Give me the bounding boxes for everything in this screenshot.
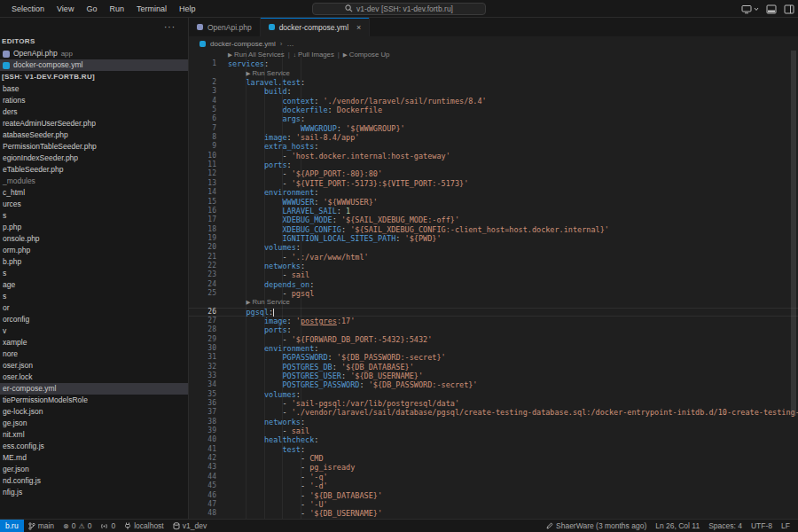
tab-openapi-php[interactable]: OpenApi.php xyxy=(189,18,261,36)
tree-item[interactable]: urces xyxy=(0,199,188,210)
tree-item[interactable]: ders xyxy=(0,106,188,118)
tree-item[interactable]: egionIndexSeeder.php xyxy=(0,153,188,164)
tree-item[interactable]: orconfig xyxy=(0,314,188,325)
tree-item[interactable]: c_html xyxy=(0,187,188,199)
toggle-panel-icon[interactable] xyxy=(766,4,777,14)
close-tab-icon[interactable]: × xyxy=(356,23,361,32)
open-editor-item[interactable]: docker-compose.yml xyxy=(0,59,188,71)
tree-item[interactable]: s xyxy=(0,291,188,302)
problems-item[interactable]: ⊗ 0 ⚠ 0 xyxy=(59,520,96,532)
remote-indicator[interactable]: b.ru xyxy=(0,520,24,532)
code-line[interactable]: 39 - sail xyxy=(189,426,798,435)
tree-item[interactable]: nore xyxy=(0,348,188,360)
code-editor[interactable]: ▶Run All Services|↓Pull Images|▶Compose … xyxy=(189,51,798,519)
breadcrumb-file[interactable]: docker-compose.yml xyxy=(210,40,276,48)
tree-item[interactable]: or xyxy=(0,302,188,314)
code-line[interactable]: 7 WWWGROUP: '${WWWGROUP}' xyxy=(189,124,798,133)
code-line[interactable]: 35 volumes: xyxy=(189,390,798,399)
code-line[interactable]: 26 pgsql: xyxy=(189,308,798,317)
code-line[interactable]: 47 - '-U' xyxy=(189,500,798,509)
tree-item[interactable]: nfig.js xyxy=(0,487,188,498)
code-line[interactable]: 34 POSTGRES_PASSWORD: '${DB_PASSWORD:-se… xyxy=(189,380,798,389)
code-line[interactable]: 28 ports: xyxy=(189,325,798,334)
code-line[interactable]: 8 image: 'sail-8.4/app' xyxy=(189,133,798,142)
tree-item[interactable]: s xyxy=(0,268,188,279)
code-line[interactable]: 23 - sail xyxy=(189,270,798,279)
open-editors-header[interactable]: EDITORS xyxy=(0,35,188,48)
tree-item[interactable]: rations xyxy=(0,95,188,106)
code-line[interactable]: 5 dockerfile: Dockerfile xyxy=(189,106,798,114)
codelens-link[interactable]: ▶Run All Services xyxy=(228,51,285,59)
code-line[interactable]: 36 - 'sail-pgsql:/var/lib/postgresql/dat… xyxy=(189,399,798,408)
code-line[interactable]: 29 - '${FORWARD_DB_PORT:-5432}:5432' xyxy=(189,335,798,344)
postgres-link[interactable]: postgres xyxy=(301,317,337,325)
tree-item[interactable]: tiePermissionModelsRole xyxy=(0,395,188,406)
tree-item[interactable]: ess.config.js xyxy=(0,441,188,452)
tree-item[interactable]: onsole.php xyxy=(0,233,188,245)
code-line[interactable]: 14 environment: xyxy=(189,188,798,197)
tree-item[interactable]: ger.json xyxy=(0,464,188,475)
db-name-item[interactable]: v1_dev xyxy=(168,520,211,532)
customize-layout-icon[interactable] xyxy=(784,4,794,14)
code-line[interactable]: 20 volumes: xyxy=(189,243,798,252)
code-line[interactable]: 40 healthcheck: xyxy=(189,435,798,444)
codelens-link[interactable]: ▶Run Service xyxy=(246,298,289,306)
menu-help[interactable]: Help xyxy=(173,0,202,18)
command-center[interactable]: v1-dev [SSH: v1-dev.fortb.ru] xyxy=(312,3,486,15)
code-line[interactable]: 46 - '${DB_DATABASE}' xyxy=(189,491,798,500)
indentation-setting[interactable]: Spaces: 4 xyxy=(704,520,747,532)
code-line[interactable]: 13 - '${VITE_PORT:-5173}:${VITE_PORT:-51… xyxy=(189,179,798,188)
open-editor-item[interactable]: OpenApi.php app xyxy=(0,48,188,59)
tree-item[interactable]: p.php xyxy=(0,222,188,233)
tree-item[interactable]: nit.xml xyxy=(0,429,188,441)
tree-item[interactable]: b.php xyxy=(0,256,188,268)
tree-item[interactable]: oser.json xyxy=(0,360,188,372)
tree-item[interactable]: xample xyxy=(0,337,188,348)
code-line[interactable]: 30 environment: xyxy=(189,344,798,353)
code-line[interactable]: 21 - '.:/var/www/html' xyxy=(189,253,798,262)
code-line[interactable]: 48 - '${DB_USERNAME}' xyxy=(189,509,798,518)
tree-item[interactable]: s xyxy=(0,210,188,222)
tree-item[interactable]: _modules xyxy=(0,176,188,187)
explorer-more-actions-icon[interactable]: ··· xyxy=(164,22,176,32)
menu-run[interactable]: Run xyxy=(103,0,130,18)
screencast-icon[interactable] xyxy=(741,4,759,14)
codelens-link[interactable]: ↓Pull Images xyxy=(293,51,334,59)
tree-item[interactable]: PermissionTableSeeder.php xyxy=(0,141,188,153)
code-line[interactable]: 9 extra_hosts: xyxy=(189,142,798,151)
tab-docker-compose-yml[interactable]: docker-compose.yml × xyxy=(261,18,371,36)
code-line[interactable]: 44 - '-q' xyxy=(189,473,798,481)
breadcrumb-more[interactable]: … xyxy=(286,40,293,48)
code-line[interactable]: 18 XDEBUG_CONFIG: '${SAIL_XDEBUG_CONFIG:… xyxy=(189,225,798,234)
code-line[interactable]: 45 - '-d' xyxy=(189,481,798,490)
tree-item[interactable]: eTableSeeder.php xyxy=(0,164,188,176)
tree-item[interactable]: atabaseSeeder.php xyxy=(0,129,188,141)
tree-item[interactable]: ge.json xyxy=(0,418,188,429)
tree-item[interactable]: er-compose.yml xyxy=(0,383,188,395)
code-line[interactable]: 3 build: xyxy=(189,87,798,96)
menu-terminal[interactable]: Terminal xyxy=(130,0,173,18)
code-line[interactable]: 31 PGPASSWORD: '${DB_PASSWORD:-secret}' xyxy=(189,353,798,362)
menu-selection[interactable]: Selection xyxy=(5,0,51,18)
code-line[interactable]: 25 - pgsql xyxy=(189,289,798,298)
code-line[interactable]: 43 - pg_isready xyxy=(189,463,798,472)
tree-item[interactable]: reateAdminUserSeeder.php xyxy=(0,118,188,129)
tree-item[interactable]: nd.config.js xyxy=(0,475,188,487)
code-line[interactable]: 37 - './vendor/laravel/sail/database/pgs… xyxy=(189,408,798,417)
editor-scrollbar[interactable] xyxy=(789,51,798,519)
code-line[interactable]: 24 depends_on: xyxy=(189,280,798,289)
code-line[interactable]: 1services: xyxy=(189,59,798,68)
breadcrumb[interactable]: docker-compose.yml › … xyxy=(189,36,798,51)
cursor-position[interactable]: Ln 26, Col 11 xyxy=(651,520,704,532)
code-line[interactable]: 12 - '${APP_PORT:-80}:80' xyxy=(189,169,798,178)
code-line[interactable]: 15 WWWUSER: '${WWWUSER}' xyxy=(189,198,798,207)
git-branch-item[interactable]: main xyxy=(24,520,59,532)
tree-item[interactable]: ME.md xyxy=(0,452,188,464)
encoding-setting[interactable]: UTF-8 xyxy=(747,520,777,532)
scrollbar-thumb[interactable] xyxy=(791,51,796,416)
code-line[interactable]: 6 args: xyxy=(189,114,798,123)
code-line[interactable]: 22 networks: xyxy=(189,262,798,270)
code-line[interactable]: 42 - CMD xyxy=(189,454,798,463)
menu-view[interactable]: View xyxy=(51,0,80,18)
menu-go[interactable]: Go xyxy=(80,0,103,18)
